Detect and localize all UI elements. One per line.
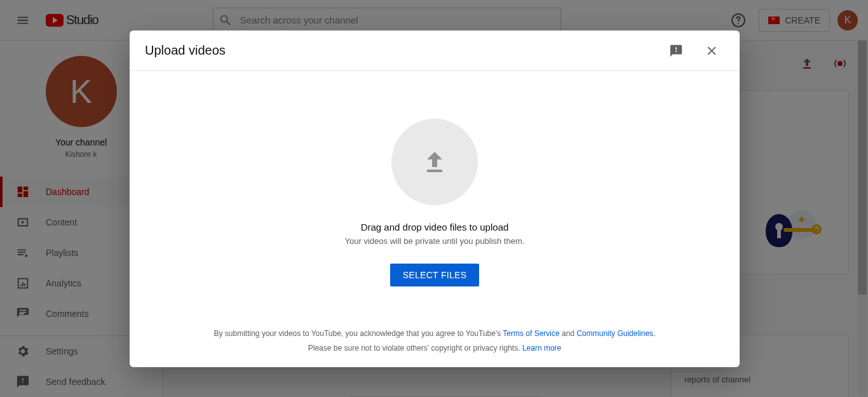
legal-and: and bbox=[560, 329, 577, 338]
dialog-title: Upload videos bbox=[145, 43, 226, 58]
send-feedback-icon[interactable] bbox=[663, 38, 689, 64]
upload-circle-icon bbox=[391, 119, 478, 205]
drop-subtext: Your videos will be private until you pu… bbox=[345, 236, 525, 246]
select-files-button[interactable]: SELECT FILES bbox=[390, 264, 480, 286]
learn-more-link[interactable]: Learn more bbox=[522, 344, 561, 353]
legal-prefix: By submitting your videos to YouTube, yo… bbox=[214, 329, 503, 338]
legal2-prefix: Please be sure not to violate others' co… bbox=[308, 344, 522, 353]
upload-dialog: Upload videos Drag and drop video files … bbox=[130, 30, 740, 367]
legal-text: By submitting your videos to YouTube, yo… bbox=[130, 318, 740, 367]
close-icon[interactable] bbox=[699, 38, 724, 64]
svg-rect-3 bbox=[427, 170, 442, 172]
drop-heading: Drag and drop video files to upload bbox=[361, 222, 509, 232]
legal-period: . bbox=[653, 329, 655, 338]
community-guidelines-link[interactable]: Community Guidelines bbox=[576, 329, 653, 338]
terms-of-service-link[interactable]: Terms of Service bbox=[503, 329, 559, 338]
drop-zone[interactable]: Drag and drop video files to upload Your… bbox=[130, 71, 740, 318]
